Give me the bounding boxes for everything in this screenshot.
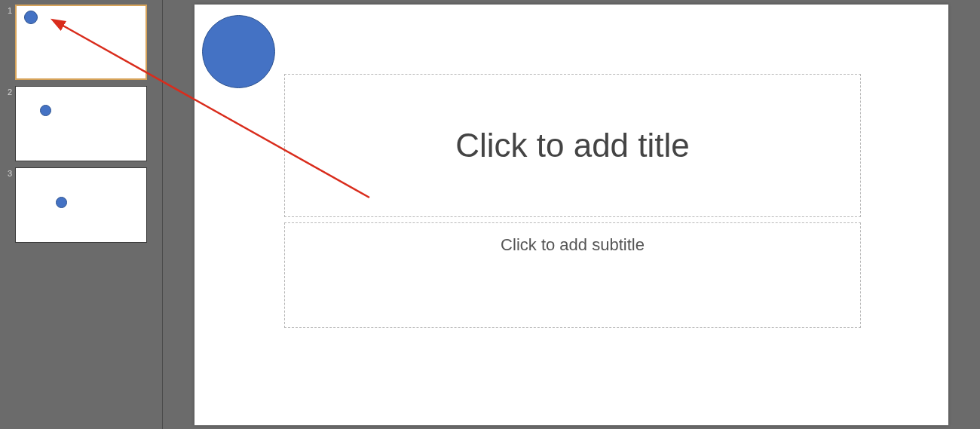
slide-canvas-area: Click to add title Click to add subtitle xyxy=(163,0,980,429)
thumbnail-number: 2 xyxy=(0,86,15,97)
thumbnail-row: 2 xyxy=(0,86,162,161)
circle-icon xyxy=(40,105,51,116)
slide-editor[interactable]: Click to add title Click to add subtitle xyxy=(194,5,948,425)
circle-icon xyxy=(24,11,38,24)
title-placeholder-text: Click to add title xyxy=(455,127,690,164)
slide-thumbnail-2[interactable] xyxy=(15,86,147,161)
subtitle-placeholder-text: Click to add subtitle xyxy=(285,235,860,255)
slide-thumbnail-panel: 1 2 3 xyxy=(0,0,163,429)
slide-thumbnail-1[interactable] xyxy=(15,5,147,80)
title-placeholder[interactable]: Click to add title xyxy=(284,74,861,217)
thumbnail-row: 3 xyxy=(0,167,162,243)
thumbnail-row: 1 xyxy=(0,5,162,80)
subtitle-placeholder[interactable]: Click to add subtitle xyxy=(284,222,861,328)
thumbnail-number: 1 xyxy=(0,5,15,15)
circle-icon xyxy=(56,197,67,208)
app-root: 1 2 3 Click to add title Click to add xyxy=(0,0,980,429)
oval-shape[interactable] xyxy=(202,15,275,88)
thumbnail-number: 3 xyxy=(0,167,15,178)
slide-thumbnail-3[interactable] xyxy=(15,167,147,243)
